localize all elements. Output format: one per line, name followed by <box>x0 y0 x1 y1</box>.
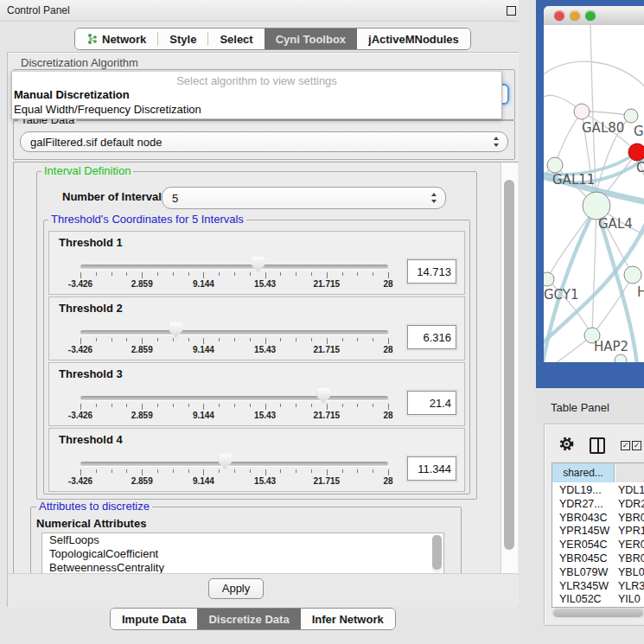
table-cell[interactable]: YBL079W <box>559 566 608 580</box>
threshold-label: Threshold 1 <box>59 236 123 249</box>
tick-label: 15.43 <box>254 476 276 486</box>
tab-label: Style <box>169 33 196 46</box>
tick-label: 15.43 <box>254 279 276 289</box>
threshold-panel: Threshold 4 -3.4262.8599.14415.4321.7152… <box>48 428 465 492</box>
tab-discretize-data[interactable]: Discretize Data <box>197 609 300 629</box>
tab-label: Cyni Toolbox <box>276 33 346 46</box>
attribute-item[interactable]: SelfLoops <box>42 533 443 547</box>
tick-mark <box>219 272 220 276</box>
list-scrollbar[interactable] <box>432 535 442 573</box>
column-header-name[interactable]: na <box>615 463 644 482</box>
threshold-slider-thumb[interactable] <box>252 257 265 272</box>
network-canvas[interactable]: GAL80GGAL11CGAL4GCY1HHAP2 <box>544 25 644 362</box>
close-traffic-light-icon[interactable] <box>554 10 564 21</box>
network-node-label: C <box>636 160 644 175</box>
algorithm-option-manual[interactable]: Manual Discretization <box>14 88 130 101</box>
table-cell[interactable]: YDL19... <box>559 484 602 498</box>
numerical-attributes-list[interactable]: SelfLoopsTopologicalCoefficientBetweenne… <box>41 532 444 575</box>
network-window-titlebar[interactable] <box>544 6 644 26</box>
tick-mark <box>188 272 189 276</box>
panel-scrollbar-thumb[interactable] <box>504 180 514 550</box>
tick-mark <box>96 338 97 341</box>
tick-mark <box>203 272 204 278</box>
tab-select[interactable]: Select <box>208 29 264 49</box>
tick-label: -3.426 <box>68 476 92 486</box>
table-panel-titlebar: Table Panel <box>536 391 644 424</box>
network-edge[interactable] <box>544 61 644 87</box>
table-cell[interactable]: YIL0 <box>618 593 641 607</box>
threshold-slider-track[interactable] <box>80 462 388 466</box>
tab-cyni-toolbox[interactable]: Cyni Toolbox <box>265 29 357 49</box>
tick-mark <box>126 338 127 341</box>
table-cell[interactable]: YER0 <box>618 539 644 552</box>
network-edge[interactable] <box>592 206 596 335</box>
minimize-traffic-light-icon[interactable] <box>570 10 580 21</box>
tab-impute-data[interactable]: Impute Data <box>111 609 197 629</box>
tab-style[interactable]: Style <box>158 29 207 49</box>
threshold-slider-track[interactable] <box>80 265 388 269</box>
checkbox-icon[interactable]: ✓ <box>632 441 641 450</box>
network-node[interactable] <box>624 266 641 284</box>
gear-icon[interactable] <box>558 436 575 452</box>
threshold-value-field[interactable]: 11.344 <box>407 456 456 481</box>
threshold-slider-thumb[interactable] <box>169 322 182 338</box>
attribute-item[interactable]: TopologicalCoefficient <box>42 547 443 561</box>
threshold-value-field[interactable]: 14.713 <box>407 259 456 284</box>
cyni-toolbox-panel: Discretization Algorithm Select algorith… <box>7 52 520 607</box>
table-cell[interactable]: YDR27... <box>559 498 603 512</box>
table-cell[interactable]: YDR2 <box>618 498 644 512</box>
column-header-shared-name[interactable]: shared... <box>552 463 615 482</box>
node-table[interactable]: shared...naYDL19...YDL1YDR27...YDR2YBR04… <box>552 462 644 608</box>
checkbox-icon[interactable]: ✓ <box>621 441 630 450</box>
network-edge[interactable] <box>555 112 582 165</box>
tab-jactivemnodules[interactable]: jActiveMNodules <box>357 29 470 49</box>
table-data-combobox[interactable]: galFiltered.sif default node <box>20 131 508 152</box>
tick-mark <box>234 272 235 276</box>
tab-infer-network[interactable]: Infer Network <box>301 609 395 629</box>
float-window-icon[interactable] <box>507 6 516 16</box>
table-cell[interactable]: YBR0 <box>618 552 644 566</box>
interval-definition-label: Interval Definition <box>41 165 133 177</box>
network-node[interactable] <box>547 157 563 173</box>
screen: Control Panel ✖ NetworkStyleSelectCyni T… <box>0 0 644 644</box>
table-cell[interactable]: YBR045C <box>559 552 608 566</box>
threshold-value-field[interactable]: 21.4 <box>407 391 456 415</box>
network-node[interactable] <box>615 354 627 362</box>
split-columns-icon[interactable] <box>590 437 605 454</box>
threshold-value-field[interactable]: 6.316 <box>407 325 456 349</box>
network-node[interactable] <box>624 109 638 123</box>
table-cell[interactable]: YDL1 <box>618 484 644 498</box>
network-node[interactable] <box>628 143 644 161</box>
number-of-intervals-combobox[interactable]: 5 <box>162 187 446 209</box>
network-edge[interactable] <box>544 335 592 362</box>
threshold-slider-track[interactable] <box>80 396 388 400</box>
table-cell[interactable]: YLR3 <box>618 580 644 594</box>
tick-mark <box>296 469 296 473</box>
algorithm-option-equal-width[interactable]: Equal Width/Frequency Discretization <box>14 103 201 116</box>
table-cell[interactable]: YBL0 <box>618 566 644 580</box>
threshold-slider-thumb[interactable] <box>219 454 232 469</box>
table-cell[interactable]: YIL052C <box>559 593 602 607</box>
tick-label: -3.426 <box>68 345 92 354</box>
apply-button[interactable]: Apply <box>208 578 264 599</box>
table-cell[interactable]: YBR0 <box>618 512 644 526</box>
table-cell[interactable]: YPR145W <box>559 525 609 539</box>
tick-mark <box>311 469 312 473</box>
tick-mark <box>327 338 328 344</box>
table-cell[interactable]: YPR1 <box>618 525 644 539</box>
table-cell[interactable]: YER054C <box>559 539 608 552</box>
threshold-slider-thumb[interactable] <box>317 388 330 404</box>
threshold-slider-track[interactable] <box>80 330 388 335</box>
tick-mark <box>265 338 266 344</box>
table-cell[interactable]: YBR043C <box>559 512 608 526</box>
zoom-traffic-light-icon[interactable] <box>585 10 596 21</box>
table-cell[interactable]: YLR345W <box>559 580 609 594</box>
network-node[interactable] <box>574 104 590 119</box>
network-node-label: H <box>637 284 644 300</box>
tab-network[interactable]: Network <box>75 29 157 49</box>
panel-scrollbar[interactable] <box>501 163 518 574</box>
number-of-intervals-value: 5 <box>163 192 178 205</box>
tick-label: -3.426 <box>68 411 92 420</box>
table-hscrollbar[interactable] <box>552 608 644 618</box>
network-node[interactable] <box>544 272 554 286</box>
